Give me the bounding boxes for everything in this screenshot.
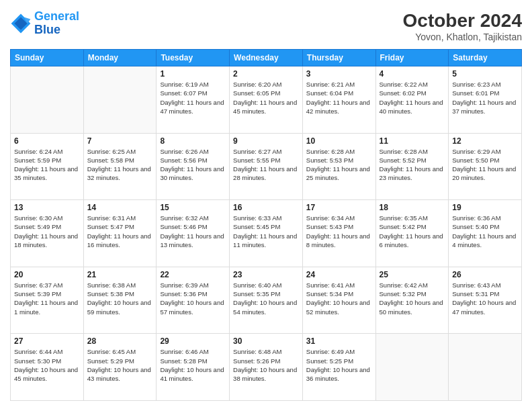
sunrise-text: Sunrise: 6:23 AM — [452, 80, 518, 89]
sunrise-text: Sunrise: 6:33 AM — [233, 214, 299, 222]
day-info: Sunrise: 6:44 AM Sunset: 5:30 PM Dayligh… — [14, 347, 80, 383]
table-row: 31 Sunrise: 6:49 AM Sunset: 5:25 PM Dayl… — [302, 334, 375, 401]
day-number: 26 — [452, 270, 518, 279]
sunrise-text: Sunrise: 6:40 AM — [233, 281, 299, 289]
daylight-text: Daylight: 10 hours and 52 minutes. — [306, 298, 372, 316]
day-number: 27 — [14, 336, 80, 346]
title-section: October 2024 Yovon, Khatlon, Tajikistan — [403, 10, 522, 42]
sunrise-text: Sunrise: 6:20 AM — [233, 80, 299, 89]
daylight-text: Daylight: 11 hours and 25 minutes. — [306, 165, 372, 183]
header-tuesday: Tuesday — [157, 50, 230, 66]
day-number: 18 — [380, 203, 445, 212]
sunrise-text: Sunrise: 6:45 AM — [87, 347, 153, 356]
sunrise-text: Sunrise: 6:26 AM — [160, 147, 226, 156]
day-info: Sunrise: 6:45 AM Sunset: 5:29 PM Dayligh… — [87, 347, 153, 383]
daylight-text: Daylight: 11 hours and 18 minutes. — [14, 232, 80, 250]
week-row-5: 27 Sunrise: 6:44 AM Sunset: 5:30 PM Dayl… — [11, 334, 522, 401]
sunrise-text: Sunrise: 6:22 AM — [380, 80, 445, 89]
table-row: 8 Sunrise: 6:26 AM Sunset: 5:56 PM Dayli… — [157, 133, 230, 200]
table-row: 9 Sunrise: 6:27 AM Sunset: 5:55 PM Dayli… — [230, 133, 303, 200]
day-info: Sunrise: 6:25 AM Sunset: 5:58 PM Dayligh… — [87, 147, 153, 183]
header: General Blue October 2024 Yovon, Khatlon… — [10, 10, 522, 42]
day-info: Sunrise: 6:31 AM Sunset: 5:47 PM Dayligh… — [87, 214, 153, 249]
day-number: 19 — [452, 203, 518, 212]
day-number: 1 — [160, 69, 226, 79]
sunset-text: Sunset: 5:35 PM — [233, 289, 299, 298]
day-number: 4 — [380, 69, 445, 79]
table-row: 7 Sunrise: 6:25 AM Sunset: 5:58 PM Dayli… — [83, 133, 157, 200]
day-info: Sunrise: 6:22 AM Sunset: 6:02 PM Dayligh… — [380, 80, 445, 116]
daylight-text: Daylight: 10 hours and 47 minutes. — [452, 298, 518, 316]
sunset-text: Sunset: 5:25 PM — [306, 357, 372, 365]
day-info: Sunrise: 6:40 AM Sunset: 5:35 PM Dayligh… — [233, 281, 299, 316]
sunset-text: Sunset: 5:34 PM — [306, 289, 372, 298]
day-number: 2 — [233, 69, 299, 79]
daylight-text: Daylight: 11 hours and 11 minutes. — [233, 232, 299, 250]
sunrise-text: Sunrise: 6:32 AM — [160, 214, 226, 222]
sunset-text: Sunset: 5:58 PM — [87, 156, 153, 165]
sunrise-text: Sunrise: 6:43 AM — [452, 281, 518, 289]
day-number: 16 — [233, 203, 299, 212]
table-row — [11, 66, 84, 134]
header-friday: Friday — [375, 50, 449, 66]
daylight-text: Daylight: 11 hours and 30 minutes. — [160, 165, 226, 183]
sunrise-text: Sunrise: 6:49 AM — [306, 347, 372, 356]
daylight-text: Daylight: 10 hours and 57 minutes. — [160, 298, 226, 316]
sunrise-text: Sunrise: 6:34 AM — [306, 214, 372, 222]
day-number: 3 — [306, 69, 372, 79]
header-sunday: Sunday — [11, 50, 84, 66]
daylight-text: Daylight: 11 hours and 6 minutes. — [380, 232, 445, 250]
table-row — [449, 334, 522, 401]
day-info: Sunrise: 6:38 AM Sunset: 5:38 PM Dayligh… — [87, 281, 153, 316]
logo: General Blue — [10, 10, 79, 37]
sunrise-text: Sunrise: 6:37 AM — [14, 281, 80, 289]
day-info: Sunrise: 6:32 AM Sunset: 5:46 PM Dayligh… — [160, 214, 226, 249]
sunset-text: Sunset: 5:59 PM — [14, 156, 80, 165]
sunset-text: Sunset: 6:07 PM — [160, 89, 226, 97]
daylight-text: Daylight: 11 hours and 20 minutes. — [452, 165, 518, 183]
sunset-text: Sunset: 5:50 PM — [452, 156, 518, 165]
header-monday: Monday — [83, 50, 157, 66]
table-row: 24 Sunrise: 6:41 AM Sunset: 5:34 PM Dayl… — [302, 267, 375, 334]
sunrise-text: Sunrise: 6:30 AM — [14, 214, 80, 222]
sunset-text: Sunset: 5:55 PM — [233, 156, 299, 165]
table-row: 28 Sunrise: 6:45 AM Sunset: 5:29 PM Dayl… — [83, 334, 157, 401]
table-row: 18 Sunrise: 6:35 AM Sunset: 5:42 PM Dayl… — [375, 200, 449, 267]
day-number: 21 — [87, 270, 153, 279]
sunset-text: Sunset: 5:36 PM — [160, 289, 226, 298]
table-row: 1 Sunrise: 6:19 AM Sunset: 6:07 PM Dayli… — [157, 66, 230, 134]
sunrise-text: Sunrise: 6:28 AM — [306, 147, 372, 156]
sunrise-text: Sunrise: 6:21 AM — [306, 80, 372, 89]
daylight-text: Daylight: 10 hours and 41 minutes. — [160, 365, 226, 383]
day-number: 29 — [160, 336, 226, 346]
month-title: October 2024 — [403, 10, 522, 32]
table-row: 12 Sunrise: 6:29 AM Sunset: 5:50 PM Dayl… — [449, 133, 522, 200]
header-thursday: Thursday — [302, 50, 375, 66]
logo-icon — [10, 13, 32, 34]
day-number: 30 — [233, 336, 299, 346]
daylight-text: Daylight: 10 hours and 45 minutes. — [14, 365, 80, 383]
sunset-text: Sunset: 6:04 PM — [306, 89, 372, 97]
day-number: 25 — [380, 270, 445, 279]
sunset-text: Sunset: 6:02 PM — [380, 89, 445, 97]
daylight-text: Daylight: 11 hours and 32 minutes. — [87, 165, 153, 183]
daylight-text: Daylight: 11 hours and 23 minutes. — [380, 165, 445, 183]
table-row: 11 Sunrise: 6:28 AM Sunset: 5:52 PM Dayl… — [375, 133, 449, 200]
table-row: 15 Sunrise: 6:32 AM Sunset: 5:46 PM Dayl… — [157, 200, 230, 267]
table-row: 23 Sunrise: 6:40 AM Sunset: 5:35 PM Dayl… — [230, 267, 303, 334]
location: Yovon, Khatlon, Tajikistan — [403, 32, 522, 42]
daylight-text: Daylight: 11 hours and 1 minute. — [14, 298, 80, 316]
table-row: 2 Sunrise: 6:20 AM Sunset: 6:05 PM Dayli… — [230, 66, 303, 134]
sunset-text: Sunset: 5:38 PM — [87, 289, 153, 298]
sunrise-text: Sunrise: 6:24 AM — [14, 147, 80, 156]
day-number: 6 — [14, 136, 80, 146]
day-info: Sunrise: 6:20 AM Sunset: 6:05 PM Dayligh… — [233, 80, 299, 116]
day-info: Sunrise: 6:43 AM Sunset: 5:31 PM Dayligh… — [452, 281, 518, 316]
daylight-text: Daylight: 10 hours and 43 minutes. — [87, 365, 153, 383]
day-info: Sunrise: 6:41 AM Sunset: 5:34 PM Dayligh… — [306, 281, 372, 316]
day-number: 14 — [87, 203, 153, 212]
daylight-text: Daylight: 10 hours and 50 minutes. — [380, 298, 445, 316]
header-wednesday: Wednesday — [230, 50, 303, 66]
table-row: 3 Sunrise: 6:21 AM Sunset: 6:04 PM Dayli… — [302, 66, 375, 134]
sunrise-text: Sunrise: 6:48 AM — [233, 347, 299, 356]
